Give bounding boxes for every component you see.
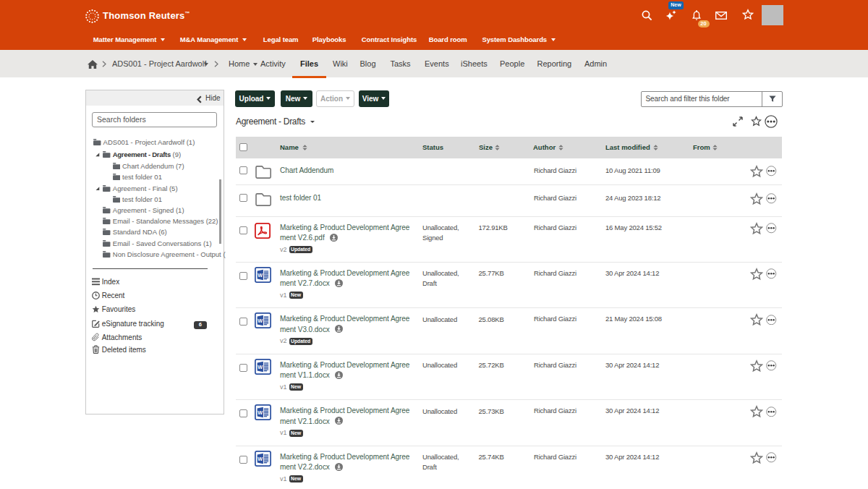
svg-text:W: W	[258, 455, 263, 462]
svg-text:W: W	[258, 271, 263, 278]
svg-text:W: W	[258, 318, 263, 324]
svg-text:W: W	[258, 409, 263, 416]
svg-text:W: W	[258, 363, 263, 370]
